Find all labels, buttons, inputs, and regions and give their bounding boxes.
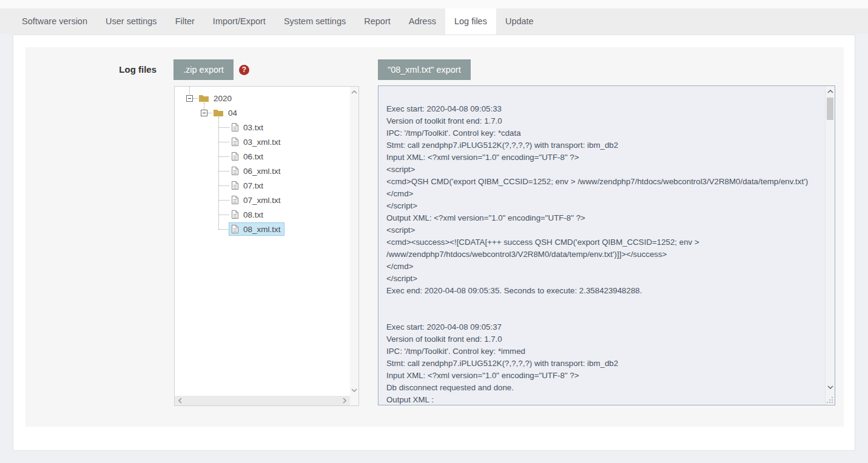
tree-item-2020[interactable]: 2020 bbox=[175, 91, 350, 105]
scroll-up-icon[interactable] bbox=[826, 87, 835, 96]
tree-item-04[interactable]: 04 bbox=[175, 105, 350, 120]
log-viewer[interactable]: Exec start: 2020-04-08 09:05:33 Version … bbox=[378, 85, 835, 405]
file-icon bbox=[231, 224, 239, 234]
tab-user-settings[interactable]: User settings bbox=[96, 8, 166, 34]
tree-item-07-xml-txt[interactable]: 07_xml.txt bbox=[175, 193, 350, 207]
top-strip bbox=[0, 0, 868, 8]
tree-item-inner[interactable]: 06_xml.txt bbox=[229, 164, 284, 178]
file-icon bbox=[231, 181, 239, 190]
tree-item-07-txt[interactable]: 07.txt bbox=[175, 178, 350, 193]
tree-item-inner[interactable]: 08.txt bbox=[229, 208, 267, 221]
tree-item-label: 06_xml.txt bbox=[243, 167, 281, 176]
file-icon bbox=[231, 122, 239, 132]
tree-item-inner[interactable]: 08_xml.txt bbox=[229, 222, 284, 236]
zip-export-button[interactable]: .zip export bbox=[173, 59, 234, 80]
file-tree-content: 20200403.txt03_xml.txt06.txt06_xml.txt07… bbox=[175, 87, 350, 396]
tree-item-06-xml-txt[interactable]: 06_xml.txt bbox=[175, 164, 350, 178]
tree-item-label: 04 bbox=[228, 108, 237, 118]
tab-bar: Software versionUser settingsFilterImpor… bbox=[0, 8, 868, 34]
file-icon bbox=[231, 195, 239, 205]
file-icon bbox=[231, 152, 239, 161]
tree-item-03-xml-txt[interactable]: 03_xml.txt bbox=[175, 135, 350, 149]
tree-item-08-xml-txt[interactable]: 08_xml.txt bbox=[175, 222, 350, 236]
scrollbar-thumb[interactable] bbox=[827, 98, 833, 120]
tree-item-label: 07_xml.txt bbox=[243, 196, 281, 205]
scroll-up-icon[interactable] bbox=[350, 88, 358, 96]
content-card: Log files .zip export ? "08_xml.txt" exp… bbox=[13, 35, 855, 451]
tab-adress[interactable]: Adress bbox=[400, 8, 445, 34]
tree-item-label: 2020 bbox=[214, 94, 232, 103]
scroll-left-icon[interactable] bbox=[176, 396, 184, 405]
tree-item-03-txt[interactable]: 03.txt bbox=[175, 120, 350, 135]
log-vertical-scrollbar[interactable] bbox=[825, 86, 835, 405]
collapse-expander-icon[interactable] bbox=[201, 110, 207, 116]
scroll-right-icon[interactable] bbox=[340, 396, 349, 405]
tab-import-export[interactable]: Import/Export bbox=[204, 8, 275, 34]
tree-item-inner[interactable]: 06.txt bbox=[229, 150, 267, 163]
tree-item-inner[interactable]: 2020 bbox=[196, 92, 235, 105]
tree-item-inner[interactable]: 04 bbox=[210, 107, 241, 119]
tree-item-label: 03.txt bbox=[243, 123, 263, 132]
tab-report[interactable]: Report bbox=[355, 8, 400, 34]
folder-icon bbox=[198, 94, 209, 102]
tab-log-files[interactable]: Log files bbox=[445, 8, 496, 35]
tree-item-label: 07.txt bbox=[243, 181, 263, 190]
tree-item-label: 08.txt bbox=[243, 210, 263, 219]
tab-filter[interactable]: Filter bbox=[166, 8, 204, 34]
tab-update[interactable]: Update bbox=[496, 8, 543, 34]
file-export-button[interactable]: "08_xml.txt" export bbox=[378, 59, 471, 80]
scrollbar-corner bbox=[350, 396, 358, 405]
log-files-panel: Log files .zip export ? "08_xml.txt" exp… bbox=[25, 47, 844, 427]
scroll-down-icon[interactable] bbox=[350, 386, 358, 395]
log-text[interactable]: Exec start: 2020-04-08 09:05:33 Version … bbox=[378, 86, 825, 405]
resize-grip-icon[interactable] bbox=[832, 402, 833, 403]
tree-item-inner[interactable]: 07_xml.txt bbox=[229, 193, 284, 207]
section-label: Log files bbox=[25, 64, 156, 75]
tree-item-inner[interactable]: 07.txt bbox=[229, 179, 267, 192]
tree-item-08-txt[interactable]: 08.txt bbox=[175, 207, 350, 222]
tree-horizontal-scrollbar[interactable] bbox=[175, 396, 350, 405]
tree-item-label: 06.txt bbox=[243, 152, 263, 161]
help-icon[interactable]: ? bbox=[239, 65, 249, 75]
tree-item-06-txt[interactable]: 06.txt bbox=[175, 149, 350, 164]
tree-item-label: 08_xml.txt bbox=[243, 225, 281, 234]
tree-item-inner[interactable]: 03.txt bbox=[229, 121, 267, 134]
tab-software-version[interactable]: Software version bbox=[13, 8, 96, 34]
folder-icon bbox=[213, 108, 224, 117]
tree-vertical-scrollbar[interactable] bbox=[350, 87, 358, 396]
tree-item-inner[interactable]: 03_xml.txt bbox=[229, 135, 284, 148]
tree-item-label: 03_xml.txt bbox=[243, 138, 281, 147]
file-tree: 20200403.txt03_xml.txt06.txt06_xml.txt07… bbox=[174, 86, 359, 406]
tab-system-settings[interactable]: System settings bbox=[275, 8, 355, 34]
collapse-expander-icon[interactable] bbox=[186, 95, 193, 102]
file-icon bbox=[231, 137, 239, 147]
file-icon bbox=[231, 210, 239, 219]
file-icon bbox=[231, 166, 239, 176]
scroll-down-icon[interactable] bbox=[826, 383, 835, 391]
